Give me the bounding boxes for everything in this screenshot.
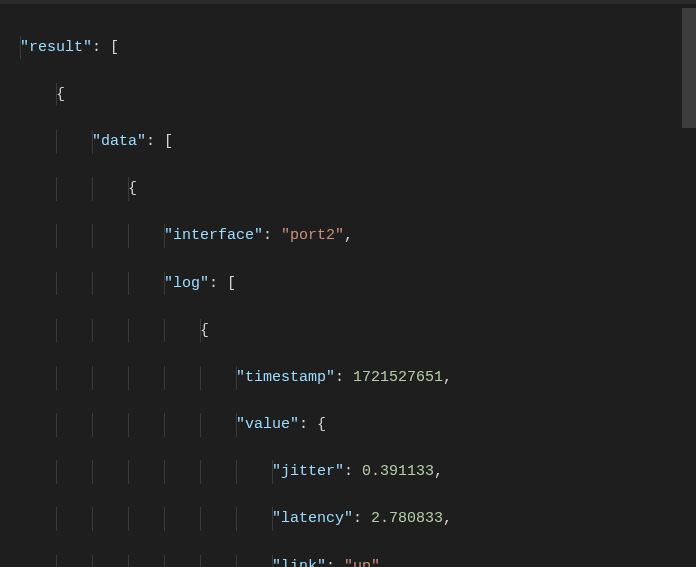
comma: , bbox=[344, 227, 353, 244]
colon: : bbox=[335, 369, 353, 386]
code-line: "log": [ bbox=[20, 272, 696, 296]
json-key-interface: "interface" bbox=[164, 227, 263, 244]
code-line: "interface": "port2", bbox=[20, 224, 696, 248]
colon: : bbox=[344, 463, 362, 480]
code-line: { bbox=[20, 319, 696, 343]
json-code-block: "result": [ { "data": [ { "interface": "… bbox=[0, 4, 696, 567]
colon: : bbox=[209, 275, 227, 292]
scrollbar-thumb[interactable] bbox=[682, 8, 696, 128]
code-line: "data": [ bbox=[20, 130, 696, 154]
comma: , bbox=[443, 510, 452, 527]
code-line: { bbox=[20, 177, 696, 201]
json-key-jitter: "jitter" bbox=[272, 463, 344, 480]
json-key-timestamp: "timestamp" bbox=[236, 369, 335, 386]
code-line: "timestamp": 1721527651, bbox=[20, 366, 696, 390]
json-string: "up" bbox=[344, 558, 380, 567]
open-brace: { bbox=[317, 416, 326, 433]
code-line: { bbox=[20, 83, 696, 107]
code-line: "latency": 2.780833, bbox=[20, 507, 696, 531]
json-number: 0.391133 bbox=[362, 463, 434, 480]
code-line: "jitter": 0.391133, bbox=[20, 460, 696, 484]
json-number: 1721527651 bbox=[353, 369, 443, 386]
comma: , bbox=[443, 369, 452, 386]
code-line: "value": { bbox=[20, 413, 696, 437]
colon: : bbox=[263, 227, 281, 244]
colon: : bbox=[146, 133, 164, 150]
comma: , bbox=[434, 463, 443, 480]
code-editor[interactable]: "result": [ { "data": [ { "interface": "… bbox=[0, 0, 696, 567]
open-brace: { bbox=[200, 322, 209, 339]
json-string: "port2" bbox=[281, 227, 344, 244]
colon: : bbox=[299, 416, 317, 433]
open-bracket: [ bbox=[110, 39, 119, 56]
json-key-log: "log" bbox=[164, 275, 209, 292]
colon: : bbox=[326, 558, 344, 567]
open-brace: { bbox=[128, 180, 137, 197]
open-bracket: [ bbox=[227, 275, 236, 292]
colon: : bbox=[92, 39, 110, 56]
open-brace: { bbox=[56, 86, 65, 103]
json-key-result: "result" bbox=[20, 39, 92, 56]
code-line: "result": [ bbox=[20, 36, 696, 60]
comma: , bbox=[380, 558, 389, 567]
json-key-value: "value" bbox=[236, 416, 299, 433]
code-line: "link": "up", bbox=[20, 555, 696, 567]
json-key-latency: "latency" bbox=[272, 510, 353, 527]
colon: : bbox=[353, 510, 371, 527]
open-bracket: [ bbox=[164, 133, 173, 150]
json-key-data: "data" bbox=[92, 133, 146, 150]
json-key-link: "link" bbox=[272, 558, 326, 567]
json-number: 2.780833 bbox=[371, 510, 443, 527]
